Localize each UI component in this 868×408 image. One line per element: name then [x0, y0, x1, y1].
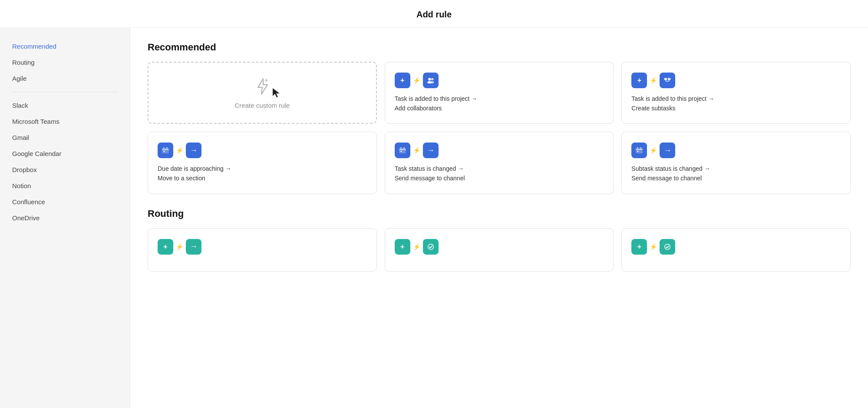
- sidebar-item-agile[interactable]: Agile: [0, 70, 130, 86]
- calendar-icon: [162, 146, 169, 154]
- teal-plus-icon-2: +: [400, 243, 404, 251]
- svg-rect-11: [162, 148, 168, 153]
- sidebar-item-slack[interactable]: Slack: [0, 97, 130, 113]
- people-icon: [427, 76, 435, 84]
- calendar-icon-2: [399, 146, 406, 154]
- arrow-icon-2: →: [427, 146, 435, 155]
- card-icons-collaborators: + ⚡: [395, 73, 604, 88]
- subtask-icon-box: [660, 73, 675, 88]
- page-title: Add rule: [0, 0, 868, 28]
- sidebar-item-recommended[interactable]: Recommended: [0, 38, 130, 54]
- routing-card-3[interactable]: + ⚡: [621, 228, 851, 272]
- bolt-separator-5: ⚡: [650, 147, 657, 154]
- create-subtasks-card[interactable]: + ⚡ Task is added to this pr: [621, 62, 851, 124]
- calendar-icon-box-2: [395, 143, 410, 158]
- calendar-icon-box: [158, 143, 173, 158]
- card-icons-duedate: ⚡ →: [158, 143, 367, 158]
- plus-icon-box-2: +: [631, 73, 647, 88]
- svg-marker-1: [273, 88, 280, 97]
- arrow-icon: →: [190, 146, 198, 155]
- svg-rect-15: [164, 151, 165, 152]
- subtask-icon: [663, 76, 671, 84]
- teal-check-icon-box-2: [423, 239, 439, 255]
- card-text-taskstatus: Task status is changed → Send message to…: [395, 164, 604, 183]
- arrow-icon-box-2: →: [423, 143, 439, 158]
- card-text-subtaskstatus: Subtask status is changed → Send message…: [631, 164, 841, 183]
- card-icons-subtasks: + ⚡: [631, 73, 841, 88]
- bolt-separator-4: ⚡: [413, 147, 420, 154]
- svg-text:+: +: [265, 77, 268, 83]
- teal-check-icon-2: [427, 243, 435, 251]
- teal-check-icon-box-3: [660, 239, 675, 255]
- svg-point-2: [428, 78, 431, 80]
- sidebar: Recommended Routing Agile Slack Microsof…: [0, 28, 130, 408]
- svg-rect-21: [636, 148, 642, 153]
- svg-rect-20: [400, 151, 402, 152]
- routing-card-icons-2: + ⚡: [395, 239, 604, 255]
- plus-icon-2: +: [637, 76, 641, 84]
- svg-rect-16: [399, 148, 405, 153]
- routing-card-2[interactable]: + ⚡: [385, 228, 614, 272]
- people-icon-box: [423, 73, 439, 88]
- plus-icon-box: +: [395, 73, 410, 88]
- teal-arrow-icon-box-1: →: [186, 239, 201, 255]
- subtask-status-channel-card[interactable]: ⚡ → Subtask status is changed → Send mes…: [621, 132, 851, 194]
- routing-card-icons-1: + ⚡ →: [158, 239, 367, 255]
- sidebar-item-notion[interactable]: Notion: [0, 178, 130, 194]
- teal-plus-icon-box-3: +: [631, 239, 647, 255]
- task-status-channel-card[interactable]: ⚡ → Task status is changed → Send messag…: [385, 132, 614, 194]
- custom-rule-icon-wrapper: +: [253, 77, 272, 97]
- svg-point-26: [428, 244, 433, 249]
- lightning-plus-icon: +: [253, 77, 272, 96]
- sidebar-section-integrations: Slack Microsoft Teams Gmail Google Calen…: [0, 97, 130, 226]
- routing-card-1[interactable]: + ⚡ →: [148, 228, 377, 272]
- svg-rect-6: [664, 78, 667, 80]
- svg-rect-7: [668, 78, 670, 80]
- arrow-icon-3: →: [663, 146, 671, 155]
- sidebar-section-main: Recommended Routing Agile: [0, 38, 130, 86]
- calendar-icon-3: [635, 146, 643, 154]
- bolt-separator-2: ⚡: [650, 77, 657, 84]
- teal-bolt-1: ⚡: [176, 243, 183, 250]
- recommended-cards-grid: + Create custom rule +: [148, 62, 851, 194]
- sidebar-item-routing[interactable]: Routing: [0, 54, 130, 70]
- due-date-move-section-card[interactable]: ⚡ → Due date is approaching → Move to a …: [148, 132, 377, 194]
- card-icons-taskstatus: ⚡ →: [395, 143, 604, 158]
- teal-plus-icon-box-2: +: [395, 239, 410, 255]
- svg-point-4: [431, 78, 433, 80]
- routing-card-icons-3: + ⚡: [631, 239, 841, 255]
- routing-section-title: Routing: [148, 208, 851, 219]
- cursor-icon: [273, 88, 281, 99]
- main-layout: Recommended Routing Agile Slack Microsof…: [0, 28, 868, 408]
- teal-check-icon-3: [663, 243, 671, 251]
- arrow-icon-box-3: →: [660, 143, 675, 158]
- sidebar-item-dropbox[interactable]: Dropbox: [0, 162, 130, 178]
- svg-point-5: [431, 81, 434, 83]
- bolt-separator: ⚡: [413, 77, 420, 84]
- teal-plus-icon-3: +: [637, 243, 641, 251]
- sidebar-item-confluence[interactable]: Confluence: [0, 194, 130, 210]
- teal-bolt-3: ⚡: [650, 243, 657, 250]
- card-text-duedate: Due date is approaching → Move to a sect…: [158, 164, 367, 183]
- sidebar-item-microsoft-teams[interactable]: Microsoft Teams: [0, 113, 130, 129]
- teal-plus-icon-box-1: +: [158, 239, 173, 255]
- teal-plus-icon-1: +: [163, 243, 167, 251]
- card-text-collaborators: Task is added to this project → Add coll…: [395, 94, 604, 113]
- create-custom-rule-label: Create custom rule: [234, 102, 290, 109]
- calendar-icon-box-3: [631, 143, 647, 158]
- sidebar-item-google-calendar[interactable]: Google Calendar: [0, 146, 130, 162]
- sidebar-divider: [12, 92, 118, 92]
- teal-bolt-2: ⚡: [413, 243, 420, 250]
- card-icons-subtaskstatus: ⚡ →: [631, 143, 841, 158]
- recommended-section-title: Recommended: [148, 42, 851, 53]
- sidebar-item-gmail[interactable]: Gmail: [0, 129, 130, 146]
- routing-cards-grid: + ⚡ → + ⚡: [148, 228, 851, 272]
- card-text-subtasks: Task is added to this project → Create s…: [631, 94, 841, 113]
- add-collaborators-card[interactable]: + ⚡ Task is added to this project →: [385, 62, 614, 124]
- create-custom-rule-card[interactable]: + Create custom rule: [148, 62, 377, 124]
- svg-point-27: [665, 244, 670, 249]
- sidebar-item-onedrive[interactable]: OneDrive: [0, 210, 130, 226]
- teal-arrow-icon-1: →: [190, 242, 198, 251]
- main-content: Recommended + Create custom rule: [130, 28, 868, 408]
- svg-rect-25: [637, 151, 639, 152]
